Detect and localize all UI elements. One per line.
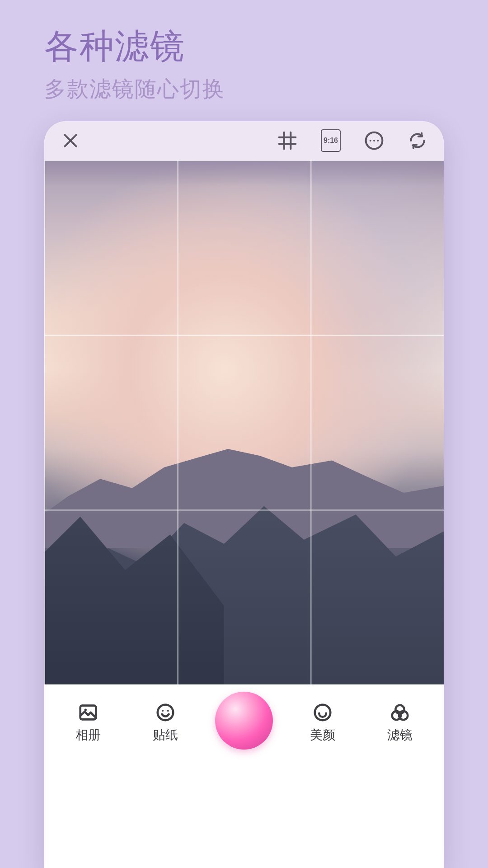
svg-point-1 bbox=[370, 140, 371, 142]
filter-label: 滤镜 bbox=[387, 726, 413, 744]
svg-point-5 bbox=[84, 709, 87, 711]
smile-icon bbox=[155, 702, 176, 723]
close-button[interactable] bbox=[61, 131, 80, 151]
filter-circles-icon bbox=[389, 702, 410, 723]
svg-point-8 bbox=[167, 710, 169, 712]
camera-viewfinder[interactable] bbox=[44, 160, 444, 684]
shutter-button[interactable] bbox=[215, 692, 273, 750]
promo-headline: 各种滤镜 多款滤镜随心切换 bbox=[44, 24, 225, 104]
svg-point-7 bbox=[162, 710, 164, 712]
svg-point-3 bbox=[377, 140, 379, 142]
grid-toggle-button[interactable] bbox=[277, 131, 297, 151]
phone-frame: 9:16 bbox=[44, 121, 444, 868]
more-horizontal-icon bbox=[364, 131, 384, 151]
sticker-button[interactable]: 贴纸 bbox=[138, 702, 192, 744]
rotate-icon bbox=[408, 131, 427, 151]
camera-topbar: 9:16 bbox=[44, 121, 444, 160]
promo-title: 各种滤镜 bbox=[44, 24, 225, 70]
promo-subtitle: 多款滤镜随心切换 bbox=[44, 75, 225, 104]
album-button[interactable]: 相册 bbox=[61, 702, 115, 744]
sticker-label: 贴纸 bbox=[153, 726, 178, 744]
beauty-label: 美颜 bbox=[310, 726, 335, 744]
svg-point-6 bbox=[157, 705, 173, 721]
filter-button[interactable]: 滤镜 bbox=[373, 702, 427, 744]
album-label: 相册 bbox=[75, 726, 101, 744]
aspect-ratio-label: 9:16 bbox=[324, 137, 338, 145]
more-options-button[interactable] bbox=[364, 131, 384, 151]
beauty-button[interactable]: 美颜 bbox=[296, 702, 350, 744]
face-icon bbox=[312, 702, 333, 723]
svg-point-2 bbox=[373, 140, 375, 142]
grid-icon bbox=[277, 131, 297, 151]
switch-camera-button[interactable] bbox=[408, 131, 427, 151]
album-icon bbox=[78, 702, 99, 723]
close-icon bbox=[61, 131, 80, 151]
camera-bottombar: 相册 贴纸 美颜 滤镜 bbox=[44, 684, 444, 761]
aspect-ratio-button[interactable]: 9:16 bbox=[321, 129, 341, 152]
